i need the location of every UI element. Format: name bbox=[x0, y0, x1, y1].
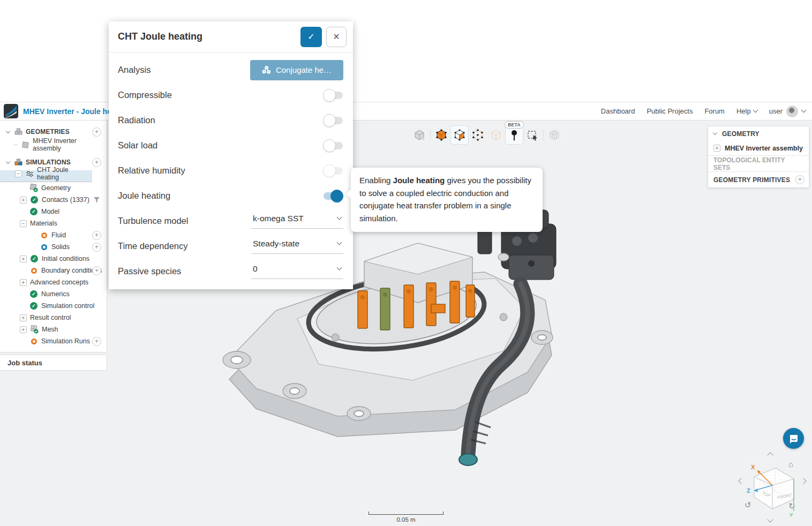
select-vertices-icon[interactable] bbox=[469, 125, 487, 145]
simulation-tree-panel: GEOMETRIES + MHEV Inverter assembly SIMU… bbox=[0, 121, 107, 352]
check-status-icon: ✓ bbox=[30, 302, 37, 310]
add-simulation-button[interactable]: + bbox=[92, 158, 101, 167]
add-solid-button[interactable]: + bbox=[92, 243, 101, 252]
compressible-toggle[interactable] bbox=[323, 89, 343, 102]
scale-label: 0.05 m bbox=[369, 516, 443, 523]
geometry-header-row[interactable]: GEOMETRY bbox=[708, 126, 809, 141]
simulations-cubes-icon bbox=[14, 158, 22, 167]
time-dependency-select[interactable]: Steady-state bbox=[251, 239, 343, 254]
tree-item-fluid[interactable]: Fluid + bbox=[0, 229, 107, 241]
radiation-toggle[interactable] bbox=[323, 114, 343, 127]
geometry-primitives-row[interactable]: GEOMETRY PRIMITIVES + bbox=[708, 171, 809, 187]
app-logo-icon[interactable] bbox=[4, 104, 18, 118]
close-button[interactable]: ✕ bbox=[326, 27, 347, 47]
svg-text:Z: Z bbox=[747, 487, 750, 494]
chevron-down-icon bbox=[713, 131, 717, 135]
joule-heating-tooltip: Enabling Joule heating gives you the pos… bbox=[351, 168, 543, 232]
scale-bar: 0.05 m bbox=[369, 512, 443, 523]
navigation-cube[interactable]: ⌂ ↺ ↻ TOP FRONT X Z y bbox=[738, 451, 808, 525]
tree-item-initial-conditions[interactable]: + ✓ Initial conditions bbox=[0, 253, 107, 265]
expand-icon[interactable]: + bbox=[20, 197, 27, 204]
tree-item-simulation-control[interactable]: ✓ Simulation control bbox=[0, 300, 107, 312]
passive-species-select[interactable]: 0 bbox=[251, 264, 343, 279]
confirm-button[interactable]: ✓ bbox=[300, 27, 322, 47]
expand-icon[interactable]: + bbox=[20, 314, 27, 321]
chevron-down-icon bbox=[753, 108, 758, 113]
turbulence-model-select[interactable]: k-omega SST bbox=[251, 214, 343, 229]
assembly-row[interactable]: + MHEV Inverter assembly bbox=[708, 141, 809, 155]
viewport-toolbar: BETA bbox=[410, 125, 563, 145]
collapse-icon[interactable]: − bbox=[20, 220, 27, 227]
view-cube-icon[interactable] bbox=[410, 125, 428, 145]
joule-heating-toggle[interactable] bbox=[323, 190, 343, 202]
info-status-icon bbox=[41, 244, 47, 250]
tree-item-geometry[interactable]: Geometry bbox=[0, 182, 107, 194]
select-volumes-icon[interactable] bbox=[432, 125, 450, 145]
cht-joule-heating-dialog: CHT Joule heating ✓ ✕ Analysis Conjugate… bbox=[109, 21, 353, 289]
filter-funnel-icon[interactable] bbox=[93, 196, 101, 204]
beta-badge: BETA bbox=[505, 121, 524, 129]
dialog-title: CHT Joule heating bbox=[118, 31, 300, 42]
tree-item-mhev-assembly[interactable]: MHEV Inverter assembly bbox=[0, 138, 107, 152]
geometries-cubes-icon bbox=[14, 127, 22, 136]
box-select-icon[interactable] bbox=[523, 125, 542, 145]
tree-item-simulation-runs[interactable]: Simulation Runs + bbox=[0, 335, 107, 347]
tree-item-materials[interactable]: − Materials bbox=[0, 217, 107, 229]
analysis-type-button[interactable]: Conjugate he… bbox=[250, 60, 343, 80]
job-status-bar[interactable]: Job status bbox=[0, 355, 107, 371]
add-simulation-run-button[interactable]: + bbox=[92, 337, 101, 346]
relative-humidity-toggle[interactable] bbox=[323, 164, 343, 177]
cubes-cluster-icon bbox=[262, 66, 271, 74]
expand-icon[interactable]: + bbox=[20, 256, 27, 262]
chat-bubble-icon bbox=[788, 433, 799, 444]
chevron-down-icon bbox=[337, 265, 342, 270]
incomplete-status-icon bbox=[41, 232, 47, 238]
topological-entity-sets-row[interactable]: TOPOLOGICAL ENTITY SETS bbox=[708, 155, 809, 171]
collapse-icon[interactable]: − bbox=[15, 170, 22, 177]
mesh-display-icon[interactable] bbox=[545, 125, 563, 145]
check-status-icon: ✓ bbox=[31, 196, 38, 204]
tree-item-boundary-conditions[interactable]: Boundary conditions + bbox=[0, 265, 107, 276]
tree-item-model[interactable]: ✓ Model bbox=[0, 206, 107, 217]
avatar bbox=[786, 106, 798, 117]
tree-item-numerics[interactable]: ✓ Numerics bbox=[0, 288, 107, 300]
rotate-down-button[interactable] bbox=[768, 515, 772, 523]
expand-icon[interactable]: + bbox=[713, 145, 720, 152]
user-menu[interactable]: user bbox=[769, 106, 806, 117]
orientation-cube-icon[interactable]: TOP FRONT X Z y bbox=[742, 457, 805, 516]
mesh-check-icon bbox=[30, 325, 39, 334]
nav-public-projects[interactable]: Public Projects bbox=[646, 107, 693, 115]
add-geometry-primitive-button[interactable]: + bbox=[795, 175, 805, 184]
tree-item-geometries[interactable]: GEOMETRIES + bbox=[0, 126, 107, 138]
geometry-cube-icon bbox=[21, 140, 29, 149]
chevron-down-icon bbox=[337, 215, 342, 220]
svg-text:X: X bbox=[751, 464, 755, 470]
tree-item-result-control[interactable]: + Result control bbox=[0, 312, 107, 324]
chevron-down-icon bbox=[337, 240, 342, 245]
add-boundary-condition-button[interactable]: + bbox=[92, 266, 101, 275]
nav-forum[interactable]: Forum bbox=[704, 107, 725, 115]
chevron-down-icon bbox=[6, 159, 10, 163]
expand-icon[interactable]: + bbox=[20, 326, 27, 333]
geometry-check-icon bbox=[29, 184, 38, 192]
expand-icon[interactable]: + bbox=[20, 279, 27, 286]
tree-item-cht-joule-heating[interactable]: − CHT Joule heating bbox=[0, 170, 92, 182]
svg-text:y: y bbox=[790, 511, 793, 516]
probe-point-icon[interactable]: BETA bbox=[505, 125, 523, 145]
tree-item-advanced-concepts[interactable]: + Advanced concepts bbox=[0, 276, 107, 288]
nav-dashboard[interactable]: Dashboard bbox=[601, 107, 635, 115]
select-faces-icon[interactable] bbox=[450, 125, 469, 145]
tree-item-contacts[interactable]: + ✓ Contacts (1337) bbox=[0, 194, 107, 206]
nav-help[interactable]: Help bbox=[736, 107, 757, 115]
simulation-sliders-icon bbox=[25, 169, 34, 178]
incomplete-status-icon bbox=[31, 268, 37, 274]
check-status-icon: ✓ bbox=[30, 290, 37, 298]
chevron-down-icon bbox=[6, 129, 10, 133]
tree-item-solids[interactable]: Solids + bbox=[0, 241, 107, 253]
wireframe-cube-icon[interactable] bbox=[487, 125, 505, 145]
solar-load-toggle[interactable] bbox=[323, 139, 343, 152]
support-chat-button[interactable] bbox=[783, 428, 804, 449]
add-geometry-button[interactable]: + bbox=[92, 127, 101, 137]
add-fluid-button[interactable]: + bbox=[92, 231, 101, 240]
tree-item-mesh[interactable]: + Mesh bbox=[0, 324, 107, 335]
